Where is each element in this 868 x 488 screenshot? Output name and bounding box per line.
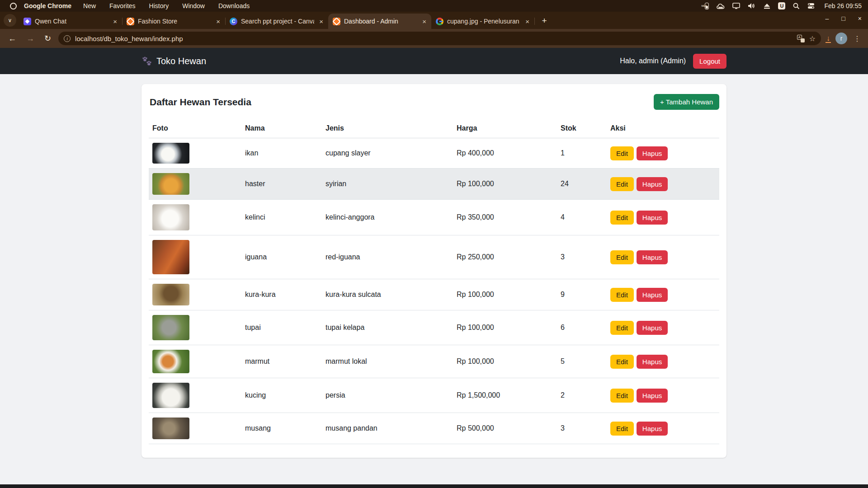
edit-button[interactable]: Edit [610, 250, 634, 264]
tab-close-icon[interactable]: × [421, 18, 428, 25]
delete-button[interactable]: Hapus [637, 288, 668, 302]
back-icon[interactable]: ← [5, 34, 19, 43]
u-app-icon[interactable]: U [778, 2, 785, 9]
browser-menu-icon[interactable]: ⋮ [852, 34, 863, 43]
delete-button[interactable]: Hapus [637, 250, 668, 264]
delete-button[interactable]: Hapus [637, 389, 668, 403]
tab-close-icon[interactable]: × [112, 18, 118, 25]
menubar-item-history[interactable]: History [149, 2, 169, 9]
cell-jenis: kura-kura sulcata [322, 279, 453, 310]
close-window-icon[interactable]: × [858, 15, 862, 22]
tab-qwen-chat[interactable]: Qwen Chat × [19, 14, 122, 29]
menubar-item-favorites[interactable]: Favorites [109, 2, 136, 9]
xampp-favicon-icon [333, 18, 340, 25]
delete-button[interactable]: Hapus [637, 422, 668, 436]
table-row: tupai tupai kelapa Rp 100,000 6 EditHapu… [149, 310, 719, 345]
spotlight-search-icon[interactable] [793, 3, 800, 9]
add-animal-button[interactable]: + Tambah Hewan [654, 94, 719, 110]
table-row: haster syirian Rp 100,000 24 EditHapus [149, 169, 719, 200]
control-center-icon[interactable] [807, 3, 815, 9]
eject-icon[interactable] [764, 3, 770, 9]
edit-button[interactable]: Edit [610, 422, 634, 436]
screen-bottom-strip [0, 484, 868, 488]
cell-nama: kelinci [241, 200, 322, 235]
cell-nama: tupai [241, 310, 322, 345]
site-info-icon[interactable]: i [64, 35, 71, 42]
system-logo-icon[interactable] [10, 3, 17, 9]
delete-button[interactable]: Hapus [637, 321, 668, 335]
tab-close-icon[interactable]: × [524, 18, 531, 25]
cell-nama: iguana [241, 235, 322, 279]
edit-button[interactable]: Edit [610, 389, 634, 403]
google-favicon-icon [436, 18, 443, 25]
bookmark-star-icon[interactable]: ☆ [809, 34, 816, 43]
browser-toolbar: ← → ↻ i localhost/db_toko_hewan/index.ph… [0, 29, 868, 48]
cell-stok: 24 [557, 169, 607, 200]
edit-button[interactable]: Edit [610, 355, 634, 369]
cell-harga: Rp 100,000 [453, 345, 557, 378]
canva-favicon-icon: C [230, 18, 237, 25]
cell-harga: Rp 1,500,000 [453, 378, 557, 413]
delete-button[interactable]: Hapus [637, 355, 668, 369]
col-aksi: Aksi [607, 119, 719, 138]
window-controls: – □ × [826, 15, 862, 22]
tab-dashboard-admin[interactable]: Dashboard - Admin × [328, 14, 431, 29]
photo-red-iguana [152, 240, 189, 274]
delete-button[interactable]: Hapus [637, 211, 668, 225]
new-tab-button[interactable]: + [538, 14, 551, 27]
profile-avatar[interactable]: r [835, 33, 847, 44]
minimize-icon[interactable]: – [826, 15, 829, 22]
site-brand[interactable]: Toko Hewan [142, 56, 206, 66]
col-stok: Stok [557, 119, 607, 138]
edit-button[interactable]: Edit [610, 146, 634, 160]
cell-nama: kucing [241, 378, 322, 413]
tab-fashion-store[interactable]: Fashion Store × [122, 14, 225, 29]
forward-icon[interactable]: → [24, 34, 37, 43]
menubar-item-window[interactable]: Window [182, 2, 205, 9]
cell-nama: ikan [241, 138, 322, 169]
volume-icon[interactable] [748, 3, 756, 9]
tab-search-button[interactable]: ∨ [4, 14, 16, 27]
edit-button[interactable]: Edit [610, 288, 634, 302]
url-text: localhost/db_toko_hewan/index.php [75, 35, 793, 42]
table-row: ikan cupang slayer Rp 400,000 1 EditHapu… [149, 138, 719, 169]
translate-icon[interactable]: A [797, 35, 805, 42]
delete-button[interactable]: Hapus [637, 177, 668, 191]
display-icon[interactable] [732, 3, 740, 9]
delete-button[interactable]: Hapus [637, 146, 668, 160]
tab-cupang-search[interactable]: cupang.jpg - Penelusuran Goog × [431, 14, 534, 29]
cell-harga: Rp 100,000 [453, 310, 557, 345]
cell-stok: 1 [557, 138, 607, 169]
edit-button[interactable]: Edit [610, 321, 634, 335]
maximize-icon[interactable]: □ [841, 15, 845, 22]
logout-button[interactable]: Logout [693, 54, 726, 69]
photo-guinea-pig [152, 350, 189, 373]
col-nama: Nama [241, 119, 322, 138]
animal-table: Foto Nama Jenis Harga Stok Aksi ikan cup… [149, 119, 719, 444]
reload-icon[interactable]: ↻ [42, 33, 54, 43]
menubar-app-name[interactable]: Google Chrome [24, 2, 71, 9]
cell-jenis: marmut lokal [322, 345, 453, 378]
menubar-item-downloads[interactable]: Downloads [218, 2, 250, 9]
edit-button[interactable]: Edit [610, 211, 634, 225]
address-bar[interactable]: i localhost/db_toko_hewan/index.php A ☆ [58, 32, 821, 45]
table-row: kucing persia Rp 1,500,000 2 EditHapus [149, 378, 719, 413]
cell-stok: 3 [557, 413, 607, 444]
table-row: musang musang pandan Rp 500,000 3 EditHa… [149, 413, 719, 444]
edit-button[interactable]: Edit [610, 177, 634, 191]
cell-jenis: red-iguana [322, 235, 453, 279]
photo-squirrel [152, 315, 189, 340]
photo-hamster [152, 173, 189, 195]
tab-canva[interactable]: C Search ppt project - Canva × [225, 14, 328, 29]
web-page: Toko Hewan Halo, admin (Admin) Logout Da… [0, 48, 868, 484]
site-navbar: Toko Hewan Halo, admin (Admin) Logout [0, 48, 868, 74]
tab-close-icon[interactable]: × [318, 18, 325, 25]
network-icon[interactable] [717, 3, 725, 9]
cell-harga: Rp 500,000 [453, 413, 557, 444]
system-menu-bar: Google Chrome New Favorites History Wind… [0, 0, 868, 12]
menubar-item-new[interactable]: New [83, 2, 96, 9]
memory-status-icon[interactable]: MEM [701, 3, 709, 9]
menubar-clock[interactable]: Feb 26 09:55 [824, 2, 862, 9]
tab-close-icon[interactable]: × [215, 18, 222, 25]
downloads-icon[interactable]: ↓ [826, 34, 831, 43]
